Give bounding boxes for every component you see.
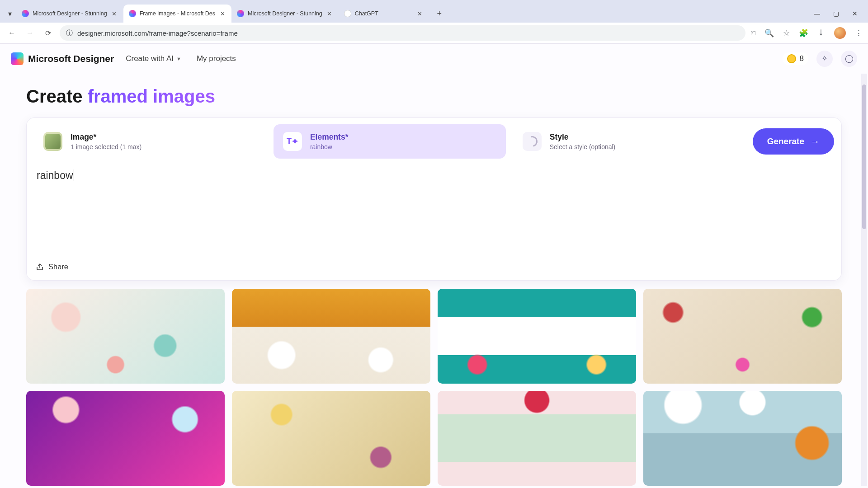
designer-favicon — [237, 10, 244, 17]
title-prefix: Create — [26, 86, 88, 106]
designer-logo-icon — [11, 52, 24, 65]
downloads-icon[interactable]: ⭳ — [817, 28, 825, 38]
browser-tab[interactable]: Microsoft Designer - Stunning ✕ — [16, 5, 123, 23]
chevron-down-icon: ▼ — [176, 56, 181, 61]
browser-toolbar: ← → ⟳ ⓘ designer.microsoft.com/frame-ima… — [0, 23, 868, 44]
nav-label: My projects — [197, 54, 236, 63]
example-tile[interactable] — [438, 391, 636, 486]
card-image-label: Image* — [71, 132, 142, 142]
browser-tab-strip: ▾ Microsoft Designer - Stunning ✕ Frame … — [0, 0, 868, 23]
tab-search-dropdown[interactable]: ▾ — [4, 7, 16, 20]
tab-title: ChatGPT — [355, 10, 413, 17]
back-button[interactable]: ← — [5, 27, 18, 39]
example-tile[interactable] — [26, 289, 225, 384]
card-elements[interactable]: T✦ Elements* rainbow — [274, 124, 506, 159]
card-style[interactable]: Style Select a style (optional) — [513, 124, 745, 159]
credits-count: 8 — [800, 54, 804, 63]
brand[interactable]: Microsoft Designer — [11, 52, 114, 65]
designer-favicon — [129, 10, 136, 17]
card-elements-label: Elements* — [310, 132, 349, 142]
bookmark-icon[interactable]: ☆ — [783, 28, 790, 38]
browser-tab[interactable]: Microsoft Designer - Stunning ✕ — [231, 5, 339, 23]
tab-list: Microsoft Designer - Stunning ✕ Frame im… — [16, 0, 429, 23]
designer-favicon — [22, 10, 29, 17]
url-text: designer.microsoft.com/frame-image?scena… — [77, 29, 238, 37]
prompt-value: rainbow — [37, 169, 74, 182]
main-content: Create framed images Image* 1 image sele… — [0, 74, 868, 486]
minimize-icon[interactable]: — — [813, 10, 821, 17]
prompt-area[interactable]: rainbow — [34, 165, 834, 260]
card-image-sub: 1 image selected (1 max) — [71, 143, 142, 150]
nav-label: Create with AI — [126, 54, 174, 63]
profile-avatar[interactable] — [834, 27, 846, 39]
examples-gallery — [26, 289, 842, 486]
chatgpt-favicon — [344, 10, 351, 17]
image-thumbnail — [43, 132, 62, 151]
example-tile[interactable] — [232, 289, 430, 384]
close-tab-icon[interactable]: ✕ — [416, 10, 424, 17]
vertical-scrollbar[interactable] — [861, 74, 867, 486]
close-tab-icon[interactable]: ✕ — [111, 10, 118, 17]
example-tile[interactable] — [26, 391, 225, 486]
coin-icon — [787, 54, 796, 63]
browser-tab-active[interactable]: Frame images - Microsoft Des ✕ — [123, 5, 231, 23]
close-tab-icon[interactable]: ✕ — [326, 10, 333, 17]
prompt-panel: Image* 1 image selected (1 max) T✦ Eleme… — [26, 117, 842, 281]
example-tile[interactable] — [232, 391, 430, 486]
install-app-icon[interactable]: ⏍ — [751, 28, 755, 38]
maximize-icon[interactable]: ▢ — [832, 10, 840, 17]
browser-tab[interactable]: ChatGPT ✕ — [339, 5, 429, 23]
nav-create-with-ai[interactable]: Create with AI ▼ — [126, 54, 181, 63]
card-style-label: Style — [550, 132, 616, 142]
card-image[interactable]: Image* 1 image selected (1 max) — [34, 124, 266, 159]
share-icon — [36, 263, 44, 271]
nav-my-projects[interactable]: My projects — [197, 54, 236, 63]
extensions-icon[interactable]: 🧩 — [799, 28, 808, 38]
title-accent: framed images — [88, 86, 215, 106]
site-info-icon[interactable]: ⓘ — [66, 29, 73, 38]
new-tab-button[interactable]: + — [433, 7, 446, 20]
example-tile[interactable] — [643, 391, 842, 486]
address-bar[interactable]: ⓘ designer.microsoft.com/frame-image?sce… — [60, 25, 745, 41]
kebab-menu-icon[interactable]: ⋮ — [855, 28, 863, 38]
tab-title: Microsoft Designer - Stunning — [33, 10, 107, 17]
generate-label: Generate — [767, 136, 804, 146]
scrollbar-thumb[interactable] — [862, 84, 866, 229]
page-title: Create framed images — [26, 86, 842, 107]
share-app-icon[interactable]: ✧ — [816, 51, 833, 67]
account-icon[interactable]: ◯ — [841, 51, 857, 67]
style-icon — [523, 132, 542, 151]
toolbar-right: ⏍ 🔍 ☆ 🧩 ⭳ ⋮ — [751, 27, 863, 39]
share-label: Share — [48, 263, 68, 271]
forward-button[interactable]: → — [24, 27, 36, 39]
tab-title: Frame images - Microsoft Des — [140, 10, 215, 17]
tab-title: Microsoft Designer - Stunning — [248, 10, 322, 17]
header-right: 8 ✧ ◯ — [783, 51, 857, 67]
arrow-right-icon: → — [811, 136, 820, 147]
elements-prompt-input[interactable]: rainbow — [34, 165, 834, 260]
example-tile[interactable] — [643, 289, 842, 384]
generate-button[interactable]: Generate → — [753, 128, 834, 155]
option-row: Image* 1 image selected (1 max) T✦ Eleme… — [34, 124, 834, 159]
elements-icon: T✦ — [283, 132, 302, 151]
close-window-icon[interactable]: ✕ — [851, 10, 859, 17]
credits-indicator[interactable]: 8 — [783, 52, 808, 65]
main-nav: Create with AI ▼ My projects — [126, 54, 236, 63]
brand-name: Microsoft Designer — [28, 53, 114, 64]
card-style-sub: Select a style (optional) — [550, 143, 616, 150]
example-tile[interactable] — [438, 289, 636, 384]
reload-button[interactable]: ⟳ — [42, 27, 54, 39]
window-controls: — ▢ ✕ — [813, 10, 859, 17]
card-elements-sub: rainbow — [310, 143, 349, 150]
app-header: Microsoft Designer Create with AI ▼ My p… — [0, 44, 868, 74]
close-tab-icon[interactable]: ✕ — [219, 10, 226, 17]
share-button[interactable]: Share — [34, 260, 834, 272]
zoom-icon[interactable]: 🔍 — [764, 28, 774, 38]
